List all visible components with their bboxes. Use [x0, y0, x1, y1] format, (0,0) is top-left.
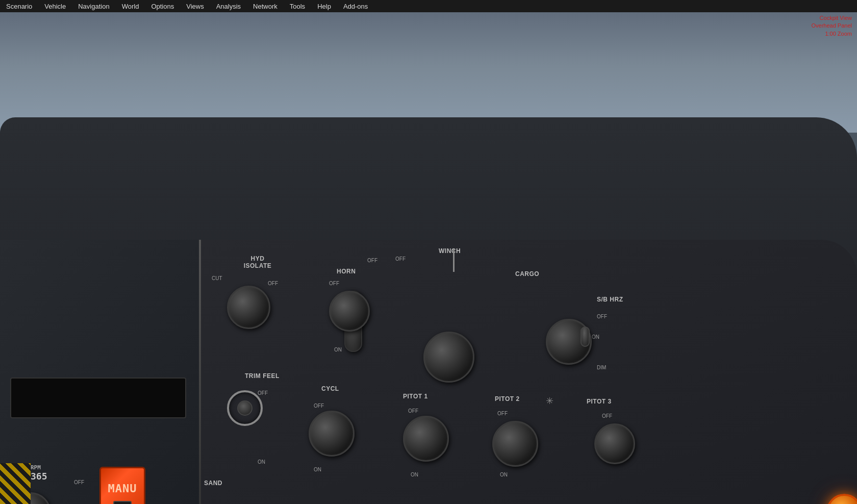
sand-label: SAND: [204, 480, 222, 487]
sb-dim-label: DIM: [597, 365, 606, 370]
left-panel: RPM 365 OFF ON MANU OFF: [0, 240, 204, 504]
horn-label: HORN: [337, 268, 356, 275]
manu-switch[interactable]: [113, 501, 132, 505]
sb-hrz-label: S/B HRZ: [597, 296, 623, 303]
menu-views[interactable]: Views: [180, 2, 210, 11]
pitot3-off-label: OFF: [602, 413, 612, 419]
rpm-label: RPM: [31, 464, 47, 471]
hyd-isolate-knob[interactable]: [227, 286, 270, 329]
horn-off-label: OFF: [329, 281, 339, 286]
rpm-section: RPM 365: [31, 464, 47, 482]
menu-tools[interactable]: Tools: [284, 2, 311, 11]
horn-knob[interactable]: [329, 291, 370, 332]
rpm-value: 365: [31, 471, 47, 482]
top-info-line1: Cockpit View: [812, 14, 852, 22]
pitot2-off-label: OFF: [497, 411, 508, 416]
manu-button[interactable]: MANU: [99, 467, 145, 504]
cut-label: CUT: [212, 275, 222, 281]
menu-world[interactable]: World: [116, 2, 145, 11]
menu-scenario[interactable]: Scenario: [0, 2, 38, 11]
trim-feel-label: TRIM FEEL: [245, 372, 280, 380]
sb-off-label: OFF: [597, 314, 607, 319]
pitot1-on-label: ON: [411, 472, 418, 477]
trim-on-label: ON: [258, 459, 265, 465]
off2-label: OFF: [367, 258, 377, 263]
menu-help[interactable]: Help: [311, 2, 337, 11]
winch-knob[interactable]: [423, 332, 474, 383]
manu-label: MANU: [108, 482, 137, 495]
sky-background: [0, 0, 857, 133]
pitot1-off-label: OFF: [408, 408, 418, 414]
pitot1-knob[interactable]: [403, 416, 449, 462]
sb-toggle[interactable]: [581, 326, 590, 347]
pitot2-label: PITOT 2: [495, 395, 520, 402]
cargo-label: CARGO: [515, 270, 539, 278]
off1-label: OFF: [268, 281, 278, 286]
pitot2-knob[interactable]: [492, 421, 538, 467]
winch-label: WINCH: [439, 247, 461, 255]
panel-left-edge: [199, 240, 201, 504]
warning-stripe: [0, 463, 31, 504]
menu-analysis[interactable]: Analysis: [210, 2, 247, 11]
horn-on-label: ON: [334, 347, 342, 352]
winch-off-label: OFF: [395, 256, 406, 262]
cycl-on-label: ON: [314, 467, 321, 472]
menu-navigation[interactable]: Navigation: [72, 2, 115, 11]
main-panel: HYDISOLATE CUT OFF HORN OFF OFF ON WINCH…: [199, 240, 857, 504]
trim-off-label: OFF: [258, 390, 268, 396]
menu-vehicle[interactable]: Vehicle: [38, 2, 72, 11]
cycl-knob[interactable]: [309, 411, 355, 457]
hyd-isolate-label: HYDISOLATE: [235, 255, 281, 270]
left-off-label: OFF: [74, 480, 84, 485]
cycl-label: CYCL: [321, 385, 339, 392]
pitot2-on-label: ON: [500, 472, 508, 477]
top-info-line2: Overhead Panel: [812, 22, 852, 30]
menubar: Scenario Vehicle Navigation World Option…: [0, 0, 857, 12]
sb-on-label: ON: [592, 334, 599, 340]
menu-addons[interactable]: Add-ons: [337, 2, 374, 11]
top-info-overlay: Cockpit View Overhead Panel 1:00 Zoom: [812, 14, 852, 38]
menu-options[interactable]: Options: [145, 2, 180, 11]
instrument-display: [10, 377, 186, 418]
trim-feel-ring[interactable]: [227, 390, 263, 426]
menu-network[interactable]: Network: [247, 2, 284, 11]
pitot1-label: PITOT 1: [403, 393, 428, 400]
asterisk-icon: ✳: [546, 395, 553, 407]
top-info-line3: 1:00 Zoom: [812, 30, 852, 38]
pitot3-label: PITOT 3: [587, 398, 612, 405]
cycl-off-label: OFF: [314, 403, 324, 409]
pitot3-knob[interactable]: [594, 423, 635, 464]
cockpit-panel: RPM 365 OFF ON MANU OFF HYDISOLATE CUT O…: [0, 117, 857, 504]
orange-alert-button[interactable]: [826, 494, 857, 504]
winch-line: [453, 249, 455, 272]
